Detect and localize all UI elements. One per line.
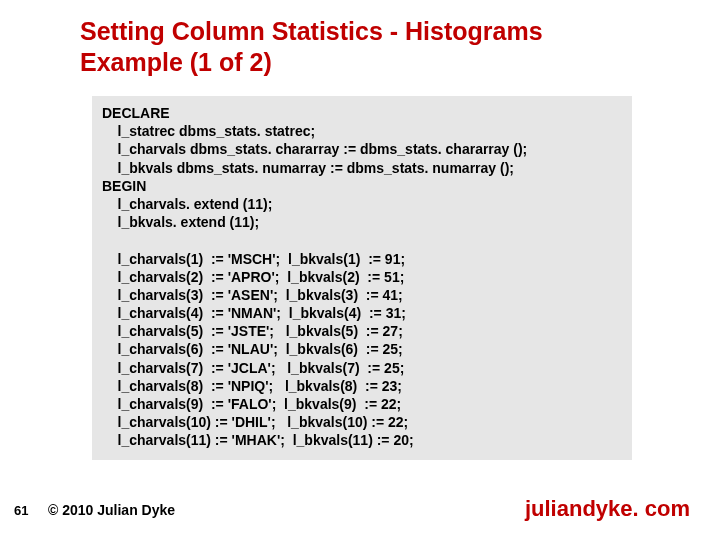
slide-title: Setting Column Statistics - Histograms E… <box>80 16 640 79</box>
title-line-1: Setting Column Statistics - Histograms <box>80 17 543 45</box>
slide: Setting Column Statistics - Histograms E… <box>0 0 720 540</box>
page-number: 61 <box>14 503 28 518</box>
code-block: DECLARE l_statrec dbms_stats. statrec; l… <box>92 96 632 460</box>
title-line-2: Example (1 of 2) <box>80 48 272 76</box>
site-link: juliandyke. com <box>525 496 690 522</box>
copyright: © 2010 Julian Dyke <box>48 502 175 518</box>
